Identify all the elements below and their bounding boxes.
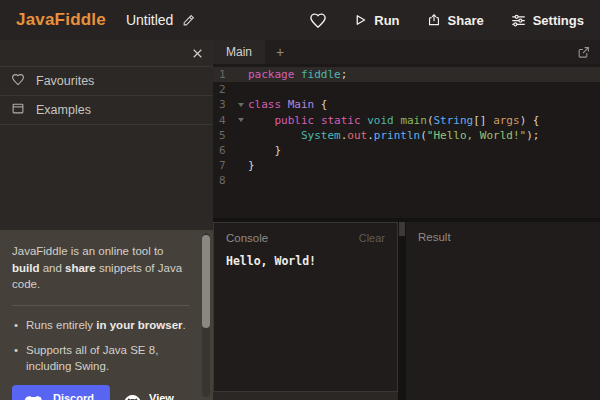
settings-button[interactable]: Settings xyxy=(511,13,584,28)
line-gutter[interactable]: 4 xyxy=(213,113,248,128)
result-header: Result xyxy=(406,222,600,243)
line-gutter[interactable]: 1 xyxy=(213,67,248,82)
view-source-button-label: View source xyxy=(149,391,195,400)
code-line[interactable]: 8 xyxy=(213,173,600,188)
fold-spacer xyxy=(233,143,248,158)
info-bullets: Runs entirely in your browser.Supports a… xyxy=(12,317,189,375)
run-button[interactable]: Run xyxy=(354,13,399,28)
tab-main[interactable]: Main xyxy=(213,40,265,64)
code-line[interactable]: 3class Main { xyxy=(213,97,600,112)
info-bullet: Runs entirely in your browser. xyxy=(12,317,189,334)
app-logo[interactable]: JavaFiddle xyxy=(16,10,106,30)
add-tab-button[interactable]: + xyxy=(265,44,295,60)
info-actions: Discord server View source xyxy=(12,385,189,400)
fold-chevron-icon[interactable] xyxy=(233,97,248,112)
share-icon xyxy=(427,12,441,28)
code-area: 1package fiddle;2 3class Main {4 public … xyxy=(213,67,600,189)
console-wrap: Console Clear Hello, World! xyxy=(213,222,398,400)
code-line[interactable]: 4 public static void main(String[] args)… xyxy=(213,113,600,128)
rename-pencil-icon[interactable] xyxy=(182,14,195,27)
fold-spacer xyxy=(233,82,248,97)
sidebar: Favourites Examples JavaFiddle is an onl… xyxy=(0,40,213,400)
editor-tab-bar: Main + xyxy=(213,40,600,64)
line-gutter[interactable]: 8 xyxy=(213,173,248,188)
discord-button-label: Discord server xyxy=(53,391,99,400)
info-bullet: Supports all of Java SE 8, including Swi… xyxy=(12,342,189,375)
info-divider xyxy=(12,305,189,306)
line-gutter[interactable]: 2 xyxy=(213,82,248,97)
heart-icon xyxy=(11,73,25,89)
play-icon xyxy=(354,13,367,27)
window-icon xyxy=(11,102,25,118)
output-row: Console Clear Hello, World! Result xyxy=(213,222,600,400)
info-panel: JavaFiddle is an online tool to build an… xyxy=(0,230,213,400)
sidebar-header xyxy=(0,40,213,67)
favourite-button[interactable] xyxy=(309,12,327,29)
sidebar-item-examples[interactable]: Examples xyxy=(0,96,213,125)
sidebar-item-label: Favourites xyxy=(36,74,94,88)
sidebar-spacer xyxy=(0,125,213,230)
line-gutter[interactable]: 7 xyxy=(213,158,248,173)
heart-icon xyxy=(309,12,327,29)
open-external-icon[interactable] xyxy=(567,46,600,59)
line-gutter[interactable]: 5 xyxy=(213,128,248,143)
topbar-actions: Run Share Settings xyxy=(309,12,584,29)
tab-label: Main xyxy=(226,45,252,59)
sidebar-item-label: Examples xyxy=(36,103,91,117)
top-bar: JavaFiddle Untitled Run Share Settings xyxy=(0,0,600,40)
github-icon xyxy=(124,395,141,400)
view-source-button[interactable]: View source xyxy=(124,391,195,400)
result-wrap: Result xyxy=(406,222,600,400)
discord-icon xyxy=(23,396,44,400)
result-panel: Result xyxy=(406,222,600,400)
fold-spacer xyxy=(233,128,248,143)
info-intro: JavaFiddle is an online tool to build an… xyxy=(12,243,189,293)
fold-spacer xyxy=(233,158,248,173)
line-gutter[interactable]: 6 xyxy=(213,143,248,158)
code-line[interactable]: 6 } xyxy=(213,143,600,158)
code-line[interactable]: 7} xyxy=(213,158,600,173)
scrollbar-track[interactable] xyxy=(202,233,210,397)
fold-spacer xyxy=(233,67,248,82)
run-button-label: Run xyxy=(374,13,399,28)
document-title: Untitled xyxy=(126,12,173,28)
code-line[interactable]: 2 xyxy=(213,82,600,97)
console-header: Console Clear xyxy=(214,223,397,244)
sliders-icon xyxy=(511,13,526,28)
main-column: Main + 1package fiddle;2 3class Main {4 … xyxy=(213,40,600,400)
share-button-label: Share xyxy=(448,13,484,28)
vertical-splitter[interactable] xyxy=(398,222,406,400)
discord-button[interactable]: Discord server xyxy=(12,385,110,400)
sidebar-item-favourites[interactable]: Favourites xyxy=(0,67,213,96)
scrollbar-thumb[interactable] xyxy=(202,235,210,328)
console-output: Hello, World! xyxy=(214,244,397,278)
clear-console-button[interactable]: Clear xyxy=(359,232,385,244)
fold-spacer xyxy=(233,173,248,188)
share-button[interactable]: Share xyxy=(427,12,484,28)
fold-chevron-icon[interactable] xyxy=(233,113,248,128)
line-gutter[interactable]: 3 xyxy=(213,97,248,112)
close-sidebar-icon[interactable] xyxy=(191,47,204,60)
splitter-handle[interactable] xyxy=(399,222,405,236)
result-title: Result xyxy=(418,231,451,243)
console-title: Console xyxy=(226,232,268,244)
code-line[interactable]: 1package fiddle; xyxy=(213,67,600,82)
settings-button-label: Settings xyxy=(533,13,584,28)
console-panel: Console Clear Hello, World! xyxy=(213,222,398,392)
code-editor[interactable]: 1package fiddle;2 3class Main {4 public … xyxy=(213,64,600,218)
code-line[interactable]: 5 System.out.println("Hello, World!"); xyxy=(213,128,600,143)
